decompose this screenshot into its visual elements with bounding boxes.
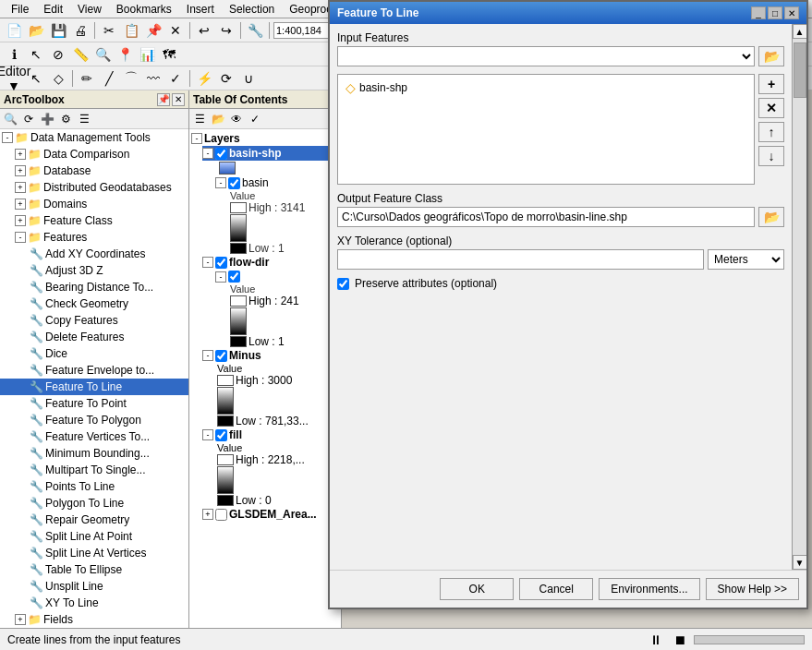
- flow-dir-checkbox[interactable]: [215, 257, 227, 269]
- toolbox-search-btn[interactable]: 🔍: [2, 111, 18, 127]
- arc-seg-btn[interactable]: ⌒: [121, 68, 141, 89]
- minus-row[interactable]: - Minus: [202, 348, 341, 363]
- input-features-listbox[interactable]: ◇ basin-shp: [337, 74, 755, 185]
- scroll-thumb[interactable]: [794, 42, 806, 98]
- print-btn[interactable]: 🖨: [70, 20, 91, 41]
- tree-item-add-xy[interactable]: 🔧 Add XY Coordinates: [0, 246, 188, 262]
- straight-seg-btn[interactable]: ╱: [99, 68, 119, 89]
- reshape-btn[interactable]: ⟳: [216, 68, 236, 89]
- tree-item-adjust-3d[interactable]: 🔧 Adjust 3D Z: [0, 262, 188, 279]
- tree-item-repair-geom[interactable]: 🔧 Repair Geometry: [0, 512, 188, 528]
- expand-basin-shp[interactable]: -: [202, 148, 213, 159]
- move-down-btn[interactable]: ↓: [758, 146, 784, 166]
- menu-view[interactable]: View: [70, 1, 109, 18]
- tree-item-points-to-line[interactable]: 🔧 Points To Line: [0, 478, 188, 495]
- redo-btn[interactable]: ↪: [216, 20, 236, 41]
- menu-file[interactable]: File: [4, 1, 36, 18]
- xy-tolerance-unit-select[interactable]: Meters Feet Kilometers Miles: [708, 249, 784, 270]
- expand-fill[interactable]: -: [202, 429, 213, 440]
- basin-shp-checkbox[interactable]: [215, 148, 227, 160]
- edit-vertices-btn[interactable]: ◇: [48, 68, 68, 89]
- toc-content[interactable]: - Layers - basin-shp: [189, 129, 341, 628]
- menu-edit[interactable]: Edit: [36, 1, 70, 18]
- tree-item-split-line-point[interactable]: 🔧 Split Line At Point: [0, 528, 188, 545]
- remove-feature-btn[interactable]: ✕: [758, 98, 784, 118]
- scroll-up-btn[interactable]: ▲: [793, 24, 807, 39]
- tree-item-min-bounding[interactable]: 🔧 Minimum Bounding...: [0, 445, 188, 462]
- editor-dropdown-btn[interactable]: Editor ▼: [4, 68, 24, 89]
- finish-sketch-btn[interactable]: ✓: [165, 68, 186, 89]
- expand-flow-dir[interactable]: -: [202, 257, 213, 268]
- tree-item-split-line-vertices[interactable]: 🔧 Split Line At Vertices: [0, 545, 188, 561]
- basin-row[interactable]: - basin: [215, 175, 341, 190]
- cancel-button[interactable]: Cancel: [519, 578, 593, 600]
- tree-item-xy-to-line[interactable]: 🔧 XY To Line: [0, 595, 188, 611]
- tree-item-table-ellipse[interactable]: 🔧 Table To Ellipse: [0, 561, 188, 578]
- expand-distributed[interactable]: +: [15, 182, 26, 193]
- expand-fields[interactable]: +: [15, 614, 26, 625]
- add-feature-btn[interactable]: +: [758, 74, 784, 94]
- union-btn[interactable]: ∪: [238, 68, 259, 89]
- tool-btn[interactable]: 🔧: [245, 20, 265, 41]
- expand-domains[interactable]: +: [15, 199, 26, 210]
- menu-insert[interactable]: Insert: [179, 1, 222, 18]
- expand-features[interactable]: -: [15, 232, 26, 243]
- input-features-select[interactable]: [337, 46, 755, 66]
- basin-shp-row[interactable]: - basin-shp: [202, 146, 341, 161]
- flow-dir-row[interactable]: - flow-dir: [202, 255, 341, 270]
- expand-data-mgmt[interactable]: -: [2, 132, 13, 143]
- toolbox-tree[interactable]: - 📁 Data Management Tools + 📁 Data Compa…: [0, 129, 188, 628]
- xy-tolerance-input[interactable]: [337, 249, 704, 270]
- menu-selection[interactable]: Selection: [222, 1, 282, 18]
- glsdem-checkbox[interactable]: [215, 509, 227, 521]
- flow-dir-sub-checkbox[interactable]: [228, 271, 240, 283]
- dialog-scrollbar[interactable]: ▲ ▼: [792, 24, 806, 570]
- measure-btn[interactable]: 📏: [70, 44, 91, 65]
- dialog-maximize-btn[interactable]: □: [768, 6, 782, 19]
- expand-layers-root[interactable]: -: [191, 133, 202, 144]
- toc-list-by-selection[interactable]: ✓: [247, 111, 263, 127]
- output-input[interactable]: [337, 207, 755, 227]
- open-btn[interactable]: 📂: [26, 20, 46, 41]
- tree-item-polygon-to-line[interactable]: 🔧 Polygon To Line: [0, 495, 188, 512]
- show-help-button[interactable]: Show Help >>: [706, 578, 799, 600]
- find-btn[interactable]: 🔍: [92, 44, 113, 65]
- tree-item-data-mgmt[interactable]: - 📁 Data Management Tools: [0, 129, 188, 146]
- move-up-btn[interactable]: ↑: [758, 122, 784, 142]
- delete-btn[interactable]: ✕: [165, 20, 186, 41]
- dialog-close-btn[interactable]: ✕: [784, 6, 799, 19]
- toc-list-by-drawing-order[interactable]: ☰: [191, 111, 208, 127]
- sketch-tool-btn[interactable]: ✏: [77, 68, 97, 89]
- tree-item-delete-features[interactable]: 🔧 Delete Features: [0, 329, 188, 345]
- fill-checkbox[interactable]: [215, 429, 227, 441]
- tree-item-fields[interactable]: + 📁 Fields: [0, 611, 188, 628]
- scroll-down-btn[interactable]: ▼: [793, 555, 807, 570]
- copy-btn[interactable]: 📋: [121, 20, 141, 41]
- expand-feature-class[interactable]: +: [15, 215, 26, 226]
- dialog-titlebar[interactable]: Feature To Line _ □ ✕: [330, 2, 806, 24]
- tree-item-feature-to-line[interactable]: 🔧 Feature To Line: [0, 379, 188, 395]
- output-browse-btn[interactable]: 📂: [758, 207, 784, 227]
- dialog-minimize-btn[interactable]: _: [751, 6, 766, 19]
- tree-item-multipart[interactable]: 🔧 Multipart To Single...: [0, 462, 188, 478]
- layout-btn[interactable]: 🗺: [159, 44, 179, 65]
- tree-item-feature-class[interactable]: + 📁 Feature Class: [0, 212, 188, 229]
- tree-item-data-comparison[interactable]: + 📁 Data Comparison: [0, 146, 188, 162]
- save-btn[interactable]: 💾: [48, 20, 68, 41]
- fill-row[interactable]: - fill: [202, 427, 341, 442]
- trace-btn[interactable]: 〰: [143, 68, 164, 89]
- attr-btn[interactable]: 📊: [137, 44, 157, 65]
- paste-btn[interactable]: 📌: [143, 20, 164, 41]
- expand-database[interactable]: +: [15, 165, 26, 176]
- environments-button[interactable]: Environments...: [599, 578, 699, 600]
- tree-item-domains[interactable]: + 📁 Domains: [0, 196, 188, 212]
- expand-minus[interactable]: -: [202, 350, 213, 361]
- identify-btn[interactable]: ℹ: [4, 44, 24, 65]
- tree-item-copy-features[interactable]: 🔧 Copy Features: [0, 312, 188, 329]
- basin-checkbox[interactable]: [228, 177, 240, 189]
- expand-data-comparison[interactable]: +: [15, 149, 26, 160]
- toc-list-by-source[interactable]: 📂: [210, 111, 226, 127]
- cut-btn[interactable]: ✂: [99, 20, 119, 41]
- toolbox-refresh-btn[interactable]: ⟳: [20, 111, 37, 127]
- expand-flow-dir-sub[interactable]: -: [215, 271, 226, 283]
